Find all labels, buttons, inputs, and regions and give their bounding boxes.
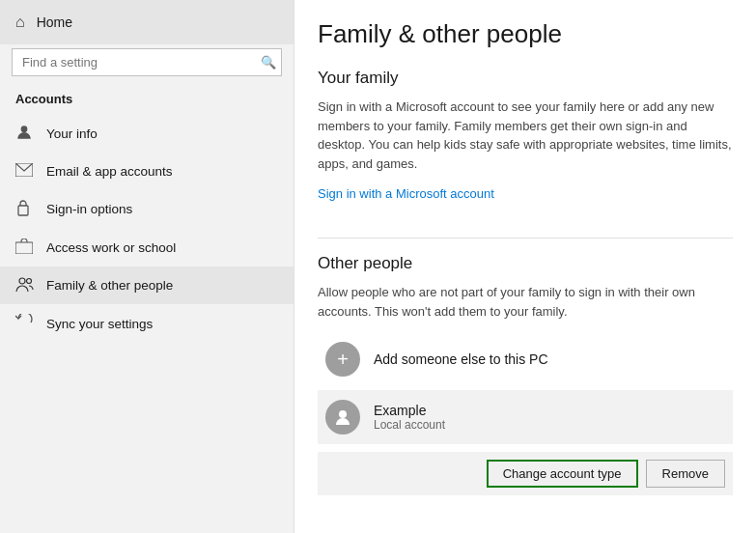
sidebar-item-label: Your info xyxy=(46,126,98,141)
user-type: Local account xyxy=(374,418,725,432)
add-person-row[interactable]: + Add someone else to this PC xyxy=(318,332,733,386)
svg-rect-2 xyxy=(18,206,28,215)
user-avatar xyxy=(325,400,360,435)
sidebar-item-signin[interactable]: Sign-in options xyxy=(0,189,294,229)
email-icon xyxy=(15,163,35,180)
sidebar-item-label: Family & other people xyxy=(46,278,173,293)
user-name: Example xyxy=(374,403,725,418)
sidebar-item-work[interactable]: Access work or school xyxy=(0,229,294,266)
home-label: Home xyxy=(37,14,72,30)
sidebar-item-label: Access work or school xyxy=(46,240,176,255)
svg-point-6 xyxy=(339,410,347,418)
change-account-type-button[interactable]: Change account type xyxy=(487,460,638,488)
svg-point-0 xyxy=(21,126,28,132)
add-person-label: Add someone else to this PC xyxy=(374,351,548,367)
sync-icon xyxy=(15,314,35,334)
family-icon xyxy=(15,276,35,295)
your-family-description: Sign in with a Microsoft account to see … xyxy=(318,98,733,173)
work-icon xyxy=(15,238,35,257)
sidebar-item-label: Sign-in options xyxy=(46,202,132,216)
svg-rect-3 xyxy=(15,242,33,254)
sidebar-item-email[interactable]: Email & app accounts xyxy=(0,154,294,189)
sidebar-item-label: Sync your settings xyxy=(46,317,153,331)
user-info: Example Local account xyxy=(374,403,725,432)
section-divider xyxy=(318,238,733,238)
accounts-section-title: Accounts xyxy=(0,86,294,114)
svg-point-4 xyxy=(19,278,25,284)
remove-button[interactable]: Remove xyxy=(646,460,725,488)
user-actions: Change account type Remove xyxy=(318,452,733,495)
your-info-icon xyxy=(15,124,35,144)
your-family-title: Your family xyxy=(318,69,733,88)
add-icon: + xyxy=(325,342,360,377)
search-box: 🔍 xyxy=(12,48,282,76)
ms-signin-link[interactable]: Sign in with a Microsoft account xyxy=(318,186,494,201)
other-people-description: Allow people who are not part of your fa… xyxy=(318,283,733,321)
other-people-title: Other people xyxy=(318,254,733,273)
sidebar-item-sync[interactable]: Sync your settings xyxy=(0,304,294,344)
user-row: Example Local account xyxy=(318,390,733,444)
svg-point-5 xyxy=(27,279,32,284)
sidebar-item-family[interactable]: Family & other people xyxy=(0,266,294,304)
home-icon: ⌂ xyxy=(15,14,25,31)
sidebar-home-button[interactable]: ⌂ Home xyxy=(0,0,294,44)
search-input[interactable] xyxy=(12,48,282,76)
main-content: Family & other people Your family Sign i… xyxy=(294,0,756,533)
signin-icon xyxy=(15,199,35,219)
sidebar: ⌂ Home 🔍 Accounts Your info Email & app … xyxy=(0,0,294,533)
page-title: Family & other people xyxy=(318,19,733,49)
sidebar-item-your-info[interactable]: Your info xyxy=(0,114,294,154)
sidebar-item-label: Email & app accounts xyxy=(46,164,173,179)
